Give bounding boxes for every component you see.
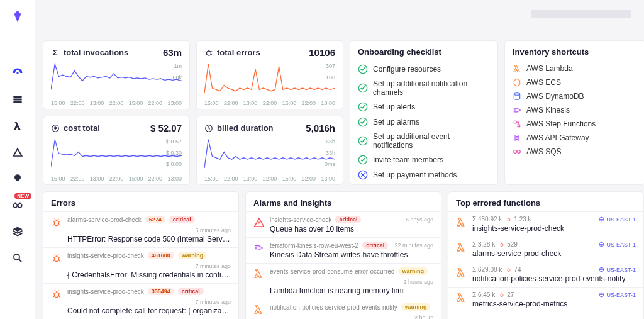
checklist-label: Set up payment methods [373,171,457,179]
alarm-service: insights-service-check [270,216,331,223]
region-pill: US-EAST-1 [599,267,636,273]
kpi-card-invocations[interactable]: Σtotal invocations 63m 1m600k 15:0022:00… [43,40,190,109]
error-count-pill: 335494 [148,288,174,295]
nav-search-icon[interactable] [10,250,25,266]
bug-icon [51,253,62,264]
check-done-icon [358,155,368,165]
shortcuts-title: Inventory shortcuts [513,47,637,57]
nav-lambda-icon[interactable] [10,118,25,133]
kpi-card-errors[interactable]: total errors 10106 307160 15:0022:0013:0… [196,40,343,109]
shortcut-item[interactable]: AWS DynamoDB [513,89,637,103]
spark-chart [204,136,335,172]
shortcut-label: AWS SQS [526,147,562,156]
svg-point-20 [518,150,521,154]
check-done-icon [358,83,368,93]
topfn-row[interactable]: Σ 629.08 k 74US-EAST-1notification-polic… [448,262,643,287]
svg-point-4 [18,204,22,208]
bug-icon [204,48,213,57]
checklist-item[interactable]: Set up additional event notifications [358,130,490,152]
alarm-service: notification-policies-service-prod-event… [270,304,397,311]
checklist-label: Set up alarms [373,118,419,126]
search-placeholder[interactable] [531,10,631,18]
nav-dashboard-icon[interactable] [10,65,25,81]
check-done-icon [358,136,368,146]
error-message: { CredentialsError: Missing credentials … [67,271,231,279]
topfn-row[interactable]: Σ 3.28 k 529US-EAST-1alarms-service-prod… [448,237,643,262]
alarm-service: terraform-kinesis-row-eu-west-2 [270,242,358,249]
error-row[interactable]: insights-service-prod-check451600warning… [43,247,238,283]
shortcut-item[interactable]: AWS Kinesis [513,103,637,117]
topfn-name: metrics-service-prod-metrics [472,299,636,308]
checklist-item[interactable]: Set up alerts [358,99,490,115]
nav-observability-icon[interactable]: NEW [10,198,25,213]
checklist-item[interactable]: Configure resources [358,62,490,77]
coin-icon [51,124,60,133]
error-row[interactable]: insights-service-prod-check335494critica… [43,283,238,319]
topfn-row[interactable]: Σ 6.45 k 27US-EAST-1metrics-service-prod… [448,287,643,312]
nav-alerts-icon[interactable] [10,145,25,160]
bug-icon [51,289,62,300]
svg-point-27 [501,243,503,246]
logo-icon[interactable] [10,9,25,24]
error-time: 7 minutes ago [195,263,231,269]
error-count-pill: 5274 [145,216,165,223]
alarm-row[interactable]: events-service-prod-consume-error-occurr… [246,263,441,299]
nav-stack-icon[interactable] [10,224,25,239]
shortcut-label: AWS DynamoDB [526,92,584,101]
lambda-icon [456,267,467,279]
bug-icon [51,217,62,228]
checklist-item[interactable]: Set up alarms [358,115,490,130]
svg-rect-1 [13,99,22,101]
checklist-label: Set up additional event notifications [373,132,490,150]
alarm-message: Lambda function is nearing memory limit [270,286,433,295]
svg-point-16 [514,93,519,96]
topbar [43,8,635,25]
error-row[interactable]: alarms-service-prod-check5274critical5 m… [43,211,238,247]
shortcut-item[interactable]: AWS ECS [513,76,637,89]
error-service: alarms-service-prod-check [67,216,142,223]
kpi-value: $ 52.07 [150,123,182,133]
checklist-label: Set up alerts [373,103,415,111]
alarm-row[interactable]: insights-service-checkcritical6 days ago… [246,211,441,237]
x-axis-labels: 15:0022:0013:0022:0015:0022:0013:00 [51,176,182,182]
checklist-item[interactable]: Set up payment methods [358,167,490,182]
shortcut-item[interactable]: AWS API Gateway [513,131,637,145]
alarm-severity-pill: critical [362,242,388,249]
svg-rect-0 [13,96,22,98]
new-badge: NEW [14,193,31,199]
kpi-card-duration[interactable]: billed duration 5,016h 63h33h0ms 15:0022… [196,116,343,185]
topfns-title: Top errored functions [448,198,643,211]
kpi-label: cost total [64,123,100,133]
shortcuts-card: Inventory shortcuts AWS LambdaAWS ECSAWS… [504,40,644,185]
sigma-stat: Σ 450.92 k [472,216,502,223]
topfns-card: Top errored functions Σ 450.92 k 1.23 kU… [448,191,644,319]
error-count-pill: 451600 [148,252,174,259]
alarm-row[interactable]: terraform-kinesis-row-eu-west-2critical2… [246,237,441,263]
kpi-card-cost[interactable]: cost total $ 52.07 $ 0.57$ 0.30$ 0.00 15… [43,116,190,185]
svg-point-31 [501,294,503,296]
svg-rect-2 [13,101,22,103]
alarm-time: 2 hours [414,315,433,319]
shortcut-label: AWS Lambda [526,64,573,73]
checklist-item[interactable]: Invite team members [358,152,490,167]
topfn-name: notification-policies-service-prod-event… [472,274,636,283]
shortcut-item[interactable]: AWS SQS [513,145,637,159]
y-axis-labels: 1m600k [169,60,182,83]
nav-insights-icon[interactable] [10,171,25,186]
nav-servers-icon[interactable] [10,92,25,107]
sidebar: NEW [0,0,35,319]
shortcut-item[interactable]: AWS Lambda [513,62,637,76]
region-pill: US-EAST-1 [599,216,636,223]
error-message: HTTPError: Response code 500 (Internal S… [67,235,231,243]
region-pill: US-EAST-1 [599,242,636,248]
checklist-item[interactable]: Set up additional notification channels [358,77,490,99]
sigma-stat: Σ 3.28 k [472,241,495,248]
sigma-stat: Σ 629.08 k [472,266,502,273]
shortcut-item[interactable]: AWS Step Functions [513,117,637,131]
topfn-row[interactable]: Σ 450.92 k 1.23 kUS-EAST-1insights-servi… [448,211,643,237]
checklist-label: Configure resources [373,65,441,74]
apigw-icon [513,133,521,142]
alarm-row[interactable]: notification-policies-service-prod-event… [246,299,441,319]
svg-point-19 [514,150,517,154]
lambda-icon [253,305,265,316]
